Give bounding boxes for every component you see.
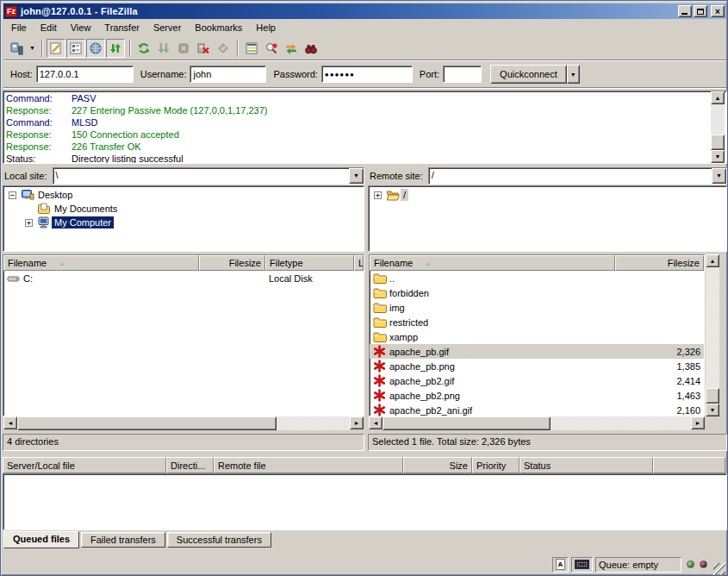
column-header-filesize[interactable]: Filesize [615,255,704,271]
port-input[interactable] [443,66,482,83]
find-files-button[interactable] [302,39,320,58]
menu-edit[interactable]: Edit [34,20,64,35]
maximize-button[interactable] [694,5,707,17]
scroll-up-icon[interactable]: ▲ [711,91,725,104]
folder-icon [373,286,388,299]
documents-folder-icon [37,202,52,216]
cancel-icon [177,41,190,55]
close-button[interactable]: × [711,5,725,17]
file-row[interactable]: apache_pb2.png1,463 [370,388,704,403]
local-site-combo[interactable]: \ ▼ [53,167,364,185]
remote-vscroll-thumb[interactable] [706,388,719,404]
file-row[interactable]: xampp [370,329,704,344]
file-row[interactable]: forbidden [370,285,704,300]
file-row[interactable]: .. [370,271,704,285]
expand-icon[interactable]: + [25,219,33,227]
queue-column-directi-[interactable]: Directi... [166,457,214,473]
toggle-remote-tree-button[interactable] [86,39,105,58]
column-header-filename[interactable]: Filename▲ [3,255,199,271]
queue-column-priority[interactable]: Priority [472,457,520,473]
column-header-filename[interactable]: Filename▲ [370,255,615,271]
remote-hscroll-thumb[interactable] [383,416,551,430]
host-input[interactable] [36,66,134,83]
tree-item-my-computer[interactable]: +My Computer [3,216,364,229]
pane-splitter-horizontal[interactable] [3,451,727,457]
queue-column-blank[interactable] [653,457,725,473]
scroll-right-icon[interactable]: ► [691,416,705,429]
toggle-message-log-button[interactable] [47,39,65,58]
log-scroll-thumb[interactable] [711,135,725,150]
queue-column-status[interactable]: Status [520,457,653,473]
site-manager-dropdown-button[interactable]: ▼ [27,39,38,58]
synchronized-browsing-button[interactable] [282,39,301,58]
menu-view[interactable]: View [64,20,98,35]
tree-item-my-documents[interactable]: My Documents [3,202,364,216]
remote-hscrollbar[interactable]: ◄ ► [369,416,705,430]
menu-help[interactable]: Help [249,20,283,35]
file-row[interactable]: apache_pb2_ani.gif2,160 [370,403,704,417]
refresh-button[interactable] [134,39,153,58]
scroll-down-icon[interactable]: ▼ [706,404,719,416]
minimize-button[interactable] [678,5,692,17]
local-file-list: Filename▲FilesizeFiletypeL C:Local Disk [3,254,364,416]
resize-grip[interactable] [713,563,725,575]
ascii-datatype-icon: A [556,559,565,570]
toggle-transfer-queue-button[interactable] [106,39,125,58]
expand-icon[interactable]: + [374,191,382,199]
remote-site-dropdown[interactable]: ▼ [712,168,726,184]
tab-queued-files[interactable]: Queued files [3,531,79,548]
password-label: Password: [273,69,317,79]
file-cell-text: restricted [389,317,428,328]
tree-item-desktop[interactable]: −Desktop [3,188,364,202]
toggle-local-tree-button[interactable] [66,39,85,58]
column-header-filesize[interactable]: Filesize [199,255,265,271]
toolbar-separator [41,40,43,57]
disconnect-button[interactable] [194,39,213,58]
column-header-l[interactable]: L [354,255,364,271]
menu-file[interactable]: File [4,20,34,35]
scroll-down-icon[interactable]: ▼ [711,150,725,163]
file-row[interactable]: apache_pb2.gif2,414 [370,373,704,388]
file-cell: 2,326 [615,344,704,359]
column-header-filetype[interactable]: Filetype [265,255,354,271]
queue-column-server-local-file[interactable]: Server/Local file [3,457,166,473]
remote-site-combo[interactable]: / ▼ [428,167,727,185]
file-row[interactable]: apache_pb.png1,385 [370,359,704,373]
scroll-up-icon[interactable]: ▲ [706,254,719,267]
scroll-left-icon[interactable]: ◄ [3,416,17,429]
queue-column-label: Remote file [218,460,266,471]
folder-icon [373,272,388,285]
log-scrollbar[interactable]: ▲ ▼ [711,91,725,163]
local-hscroll-thumb[interactable] [17,416,277,430]
local-site-dropdown[interactable]: ▼ [349,168,364,184]
queue-column-remote-file[interactable]: Remote file [214,457,403,473]
password-input[interactable] [321,66,413,83]
tab-failed-transfers[interactable]: Failed transfers [81,532,165,548]
file-cell: 2,414 [615,373,704,388]
directory-comparison-button[interactable] [242,39,261,58]
scroll-right-icon[interactable]: ► [350,416,364,429]
file-row[interactable]: restricted [370,315,704,329]
queue-column-size[interactable]: Size [403,457,472,473]
tab-successful-transfers[interactable]: Successful transfers [167,532,271,548]
menu-server[interactable]: Server [146,20,188,35]
file-row[interactable]: C:Local Disk [3,271,364,285]
username-input[interactable] [190,66,266,83]
file-row[interactable]: apache_pb.gif2,326 [370,344,704,359]
scroll-left-icon[interactable]: ◄ [369,416,383,429]
menu-bookmarks[interactable]: Bookmarks [188,20,249,35]
site-manager-button[interactable] [7,39,26,58]
remote-vscrollbar[interactable]: ▲ ▼ [706,254,719,416]
file-cell-text: forbidden [389,288,429,298]
quickconnect-button[interactable]: Quickconnect [490,65,567,84]
filter-button[interactable] [262,39,281,58]
file-row[interactable]: img [370,300,704,315]
collapse-icon[interactable]: − [9,191,16,199]
quickconnect-dropdown[interactable]: ▼ [567,65,580,84]
local-hscrollbar[interactable]: ◄ ► [3,416,364,430]
process-queue-icon [157,41,171,55]
file-cell [354,271,364,285]
remote-site-value: / [429,168,712,184]
menu-transfer[interactable]: Transfer [97,20,146,35]
tree-item--[interactable]: +/ [369,188,726,202]
